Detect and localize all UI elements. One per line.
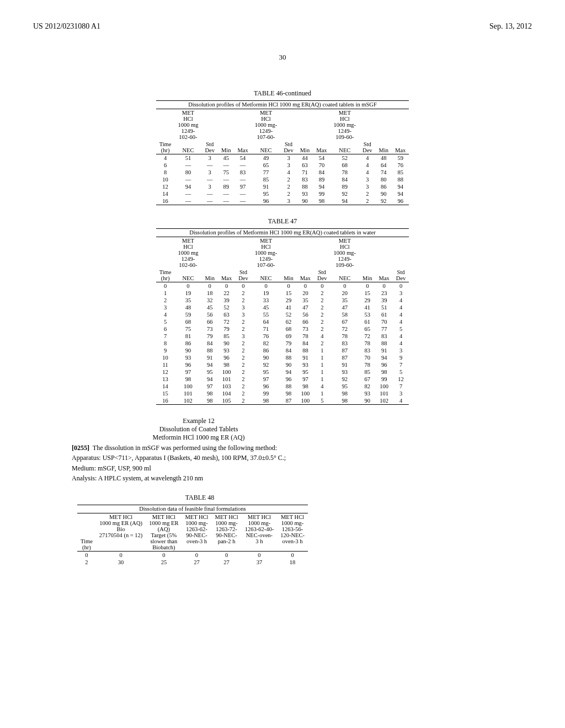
th-nec: NEC [252, 141, 281, 154]
table-cell: 2 [314, 297, 331, 304]
table-cell: 4 [359, 169, 376, 176]
table-cell: 4 [359, 154, 376, 162]
table-cell: 15 [359, 290, 376, 297]
table-cell: 78 [359, 361, 376, 368]
table-cell: 52 [218, 304, 235, 311]
table-row: 0000000 [77, 551, 308, 559]
table-cell: 83 [331, 340, 360, 347]
publication-number: US 2012/0231080 A1 [33, 22, 100, 31]
table-cell: 86 [252, 347, 281, 354]
table-cell: 48 [376, 154, 392, 162]
table-cell: 2 [156, 297, 175, 304]
table-cell: 62 [280, 318, 297, 325]
table-cell: 92 [331, 376, 360, 383]
table-row: 11969498292909319178967 [156, 361, 409, 368]
table-cell: 3 [359, 183, 376, 190]
table-row: 4595663355525625853614 [156, 311, 409, 318]
table-cell: — [201, 176, 218, 183]
table-cell: 15 [280, 290, 297, 297]
table-cell: 79 [201, 333, 218, 340]
th-max: Max [297, 269, 314, 282]
table-row: 8803758377471847847485 [156, 169, 409, 176]
table-cell: 83 [234, 169, 251, 176]
table-cell: 54 [313, 154, 330, 162]
table-cell: 100 [376, 383, 393, 390]
table-cell: 98 [297, 383, 314, 390]
th-min: Min [280, 269, 297, 282]
th-max: Max [376, 269, 393, 282]
table-cell: 2 [235, 297, 252, 304]
table46-colgroup3: METHCl1000 mg-1249-109-60- [331, 109, 360, 141]
table-cell: 2 [314, 290, 331, 297]
table-cell: 14 [156, 190, 175, 197]
table-cell: 100 [174, 383, 201, 390]
table-cell: 53 [359, 311, 376, 318]
table-row: 14————95293999229094 [156, 190, 409, 197]
table-cell: 98 [218, 361, 235, 368]
table-cell: 91 [331, 361, 360, 368]
table-cell: 98 [201, 397, 218, 405]
table-cell: 29 [359, 297, 376, 304]
table-cell: 2 [314, 318, 331, 325]
table-cell: 84 [297, 340, 314, 347]
table-cell: 7 [393, 361, 409, 368]
table-cell: 3 [280, 162, 297, 169]
table-cell: 76 [252, 333, 281, 340]
table-cell: 70 [376, 318, 393, 325]
table-cell: 96 [252, 197, 281, 205]
table-cell: 91 [252, 183, 281, 190]
table-row: 0000000000000 [156, 282, 409, 290]
table-cell: 96 [280, 376, 297, 383]
table-cell: 4 [314, 383, 331, 390]
table-cell: 16 [156, 397, 175, 405]
table-cell: — [174, 162, 201, 169]
table-cell: 82 [252, 340, 281, 347]
table-cell: 12 [393, 376, 409, 383]
th-nec: NEC [174, 141, 201, 154]
table-cell: 2 [280, 190, 297, 197]
table-cell: 3 [393, 290, 409, 297]
table-row: 6————65363706846476 [156, 162, 409, 169]
table-cell: 84 [280, 347, 297, 354]
table-cell: 94 [201, 376, 218, 383]
table-cell: 22 [218, 290, 235, 297]
table-cell: 99 [313, 190, 330, 197]
table-cell: 49 [252, 154, 281, 162]
table-cell: 2 [235, 361, 252, 368]
table-cell: 3 [280, 154, 297, 162]
table-cell: 98 [174, 376, 201, 383]
th-max: Max [392, 141, 409, 154]
table-cell: 90 [218, 340, 235, 347]
table-cell: — [234, 162, 251, 169]
page-header: US 2012/0231080 A1 Sep. 13, 2012 [33, 22, 532, 31]
table-cell: 90 [376, 190, 392, 197]
table-cell: 59 [392, 154, 409, 162]
table-cell: 94 [280, 368, 297, 376]
table-cell: 79 [218, 325, 235, 333]
table-cell: — [174, 190, 201, 197]
table-cell: 96 [252, 383, 281, 390]
table46-caption: Dissolution profiles of Metformin HCl 10… [156, 101, 409, 109]
table-cell: 87 [280, 397, 297, 405]
table-cell: 1 [314, 376, 331, 383]
table-cell: 45 [252, 304, 281, 311]
table-row: 151019810429998100198931013 [156, 390, 409, 397]
table-cell: 4 [280, 169, 297, 176]
table-cell: 2 [235, 318, 252, 325]
table-cell: 88 [376, 340, 393, 347]
table-cell: 92 [252, 361, 281, 368]
th-min: Min [376, 141, 392, 154]
th-max: Max [218, 269, 235, 282]
table-cell: 39 [218, 297, 235, 304]
table-row: 8868490282798428378884 [156, 340, 409, 347]
table-cell: 2 [235, 325, 252, 333]
table-cell: 0 [174, 282, 201, 290]
table-cell: 81 [174, 333, 201, 340]
table-cell: 2 [235, 290, 252, 297]
table-cell: 96 [376, 361, 393, 368]
table-row: 2353239233293523529394 [156, 297, 409, 304]
table-cell: 65 [359, 325, 376, 333]
table47-caption: Dissolution profiles of Metformin HCl 10… [156, 229, 409, 237]
table-cell: 102 [174, 397, 201, 405]
table-cell: 0 [314, 282, 331, 290]
